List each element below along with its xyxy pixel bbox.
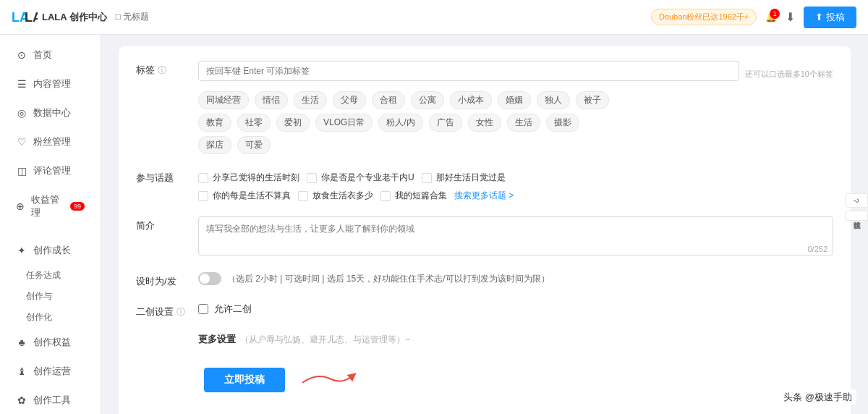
tag-item[interactable]: 生活 [294, 91, 327, 109]
tag-item[interactable]: 社零 [237, 114, 271, 132]
tag-item[interactable]: 情侣 [255, 91, 288, 109]
download-icon[interactable]: ⬇ [786, 10, 795, 24]
income-icon: ⊕ [16, 200, 25, 212]
top-publish-button[interactable]: ⬆ 投稿 [804, 7, 856, 28]
topic-option-5[interactable]: 我的短篇合集 [380, 190, 447, 202]
tag-item[interactable]: 被子 [576, 91, 609, 109]
tag-item[interactable]: 小成本 [450, 91, 492, 109]
tags-input[interactable] [198, 61, 739, 81]
bio-label: 简介 [136, 216, 187, 232]
sidebar: ⊙ 首页 ☰ 内容管理 ◎ 数据中心 ♡ 粉丝管理 ◫ 评论管理 ⊕ 收益管理 [0, 35, 101, 414]
logo-icon: LA LA [12, 10, 38, 25]
second-row: 二创设置 ⓘ 允许二创 [136, 303, 833, 318]
sidebar-item-rights[interactable]: ♣ 创作权益 [4, 329, 96, 356]
tools-icon: ✿ [16, 394, 27, 406]
sidebar-item-content-label: 内容管理 [33, 77, 71, 90]
topic-checkbox-0[interactable] [198, 173, 208, 183]
topic-option-3[interactable]: 你的每是生活不算真 [198, 190, 291, 202]
sidebar-item-fans[interactable]: ♡ 粉丝管理 [4, 128, 96, 156]
arrow-hint [302, 368, 360, 392]
sidebar-item-data[interactable]: ◎ 数据中心 [4, 99, 96, 127]
topic-options-2: 你的每是生活不算真 放食生活衣多少 我的短篇合集 搜索更多话题 > [198, 190, 833, 202]
topics-label: 参与话题 [136, 169, 187, 185]
second-hint: 允许二创 [214, 303, 252, 316]
tag-item[interactable]: 探店 [198, 136, 231, 154]
timer-label: 设时为/发 [136, 272, 187, 288]
arrow-svg [302, 368, 360, 390]
data-icon: ◎ [16, 107, 27, 119]
topic-checkbox-1[interactable] [307, 173, 317, 183]
sidebar-item-comment-label: 评论管理 [33, 164, 71, 177]
topic-option-1[interactable]: 你是否是个专业老干内U [307, 172, 414, 184]
more-settings-hint: （从户辱与弘扬、避开儿态、与运管理等）~ [240, 334, 410, 346]
more-topics-link[interactable]: 搜索更多话题 > [454, 190, 514, 202]
topic-checkbox-5[interactable] [380, 191, 391, 201]
sidebar-item-income-label: 收益管理 [31, 193, 61, 219]
creation-icon: ♝ [16, 366, 27, 377]
sidebar-sub-task[interactable]: 任务达成 [0, 265, 101, 286]
tag-item[interactable]: 公寓 [411, 91, 444, 109]
tag-item[interactable]: 独人 [537, 91, 570, 109]
sidebar-item-income[interactable]: ⊕ 收益管理 99 [4, 186, 96, 227]
top-bar: LA LA LALA 创作中心 □ 无标题 Douban粉丝已达1962千+ 🔔… [0, 0, 868, 35]
tags-info-icon[interactable]: ⓘ [158, 64, 166, 77]
sidebar-item-tools[interactable]: ✿ 创作工具 [4, 386, 96, 414]
timer-content: （选后 2小时 | 可选时间 | 选后 15天，好功能住住手术志/可以打到发为该… [198, 272, 833, 285]
right-float-btn-2[interactable]: 投稿建议 [845, 211, 868, 221]
bio-textarea[interactable] [198, 216, 833, 255]
bio-content: 0/252 [198, 216, 833, 258]
second-content: 允许二创 [198, 303, 833, 316]
timer-row: 设时为/发 （选后 2小时 | 可选时间 | 选后 15天，好功能住住手术志/可… [136, 272, 833, 288]
sidebar-item-content[interactable]: ☰ 内容管理 [4, 70, 96, 98]
tag-item[interactable]: VLOG日常 [315, 114, 373, 132]
more-settings-row: 更多设置 （从户辱与弘扬、避开儿态、与运管理等）~ [136, 333, 833, 346]
sidebar-item-home-label: 首页 [33, 48, 52, 62]
topic-checkbox-4[interactable] [298, 191, 308, 201]
tag-item[interactable]: 广告 [429, 114, 462, 132]
more-settings-label-area [136, 333, 187, 336]
tag-group-2: 教育 社零 爱初 VLOG日常 粉人/内 广告 女性 生活 摄影 [198, 114, 833, 132]
timer-inline: （选后 2小时 | 可选时间 | 选后 15天，好功能住住手术志/可以打到发为该… [198, 272, 833, 285]
right-float-btn-1[interactable]: ? [845, 193, 868, 208]
income-badge: 99 [70, 202, 85, 211]
bell-icon-area[interactable]: 🔔 1 [765, 12, 777, 22]
topic-options: 分享己觉得的生活时刻 你是否是个专业老干内U 那好生活日觉过是 [198, 172, 833, 184]
topic-option-2[interactable]: 那好生活日觉过是 [422, 172, 506, 184]
tag-item[interactable]: 摄影 [546, 114, 579, 132]
rights-icon: ♣ [16, 337, 27, 348]
sidebar-sub-3[interactable]: 创作化 [0, 307, 101, 328]
tag-item[interactable]: 合租 [372, 91, 405, 109]
sidebar-item-growth[interactable]: ✦ 创作成长 [4, 237, 96, 264]
tag-item[interactable]: 教育 [198, 114, 231, 132]
topic-checkbox-2[interactable] [422, 173, 432, 183]
content-area: 标签 ⓘ 还可以口选最多10个标签 同城经营 情侣 生活 父母 [101, 35, 868, 414]
tag-item[interactable]: 粉人/内 [378, 114, 422, 132]
growth-icon: ✦ [16, 245, 27, 256]
tag-item[interactable]: 同城经营 [198, 91, 249, 109]
tag-item[interactable]: 父母 [333, 91, 366, 109]
timer-toggle[interactable] [198, 272, 221, 285]
sidebar-sub-2[interactable]: 创作与 [0, 286, 101, 307]
topics-content: 分享己觉得的生活时刻 你是否是个专业老干内U 那好生活日觉过是 [198, 169, 833, 202]
sidebar-item-comment[interactable]: ◫ 评论管理 [4, 157, 96, 185]
tag-item[interactable]: 爱初 [276, 114, 310, 132]
bio-count: 0/252 [807, 245, 827, 253]
second-info-icon[interactable]: ⓘ [176, 306, 185, 318]
content-icon: ☰ [16, 78, 27, 90]
tag-item[interactable]: 生活 [507, 114, 540, 132]
tag-item[interactable]: 女性 [468, 114, 501, 132]
second-checkbox[interactable] [198, 304, 208, 314]
tag-item[interactable]: 婚姻 [498, 91, 531, 109]
sidebar-item-home[interactable]: ⊙ 首页 [4, 41, 96, 69]
promo-button[interactable]: Douban粉丝已达1962千+ [651, 9, 757, 25]
sidebar-item-creation[interactable]: ♝ 创作运营 [4, 358, 96, 385]
tag-item[interactable]: 可爱 [237, 136, 271, 154]
submit-button[interactable]: 立即投稿 [204, 368, 285, 392]
topic-checkbox-3[interactable] [198, 191, 208, 201]
topic-option-4[interactable]: 放食生活衣多少 [298, 190, 373, 202]
logo-area: LA LA LALA 创作中心 [12, 10, 107, 25]
logo-brand-text: LALA 创作中心 [42, 11, 107, 24]
tags-hint: 还可以口选最多10个标签 [745, 69, 833, 80]
topic-option-0[interactable]: 分享己觉得的生活时刻 [198, 172, 299, 184]
sidebar-item-rights-label: 创作权益 [33, 336, 71, 349]
